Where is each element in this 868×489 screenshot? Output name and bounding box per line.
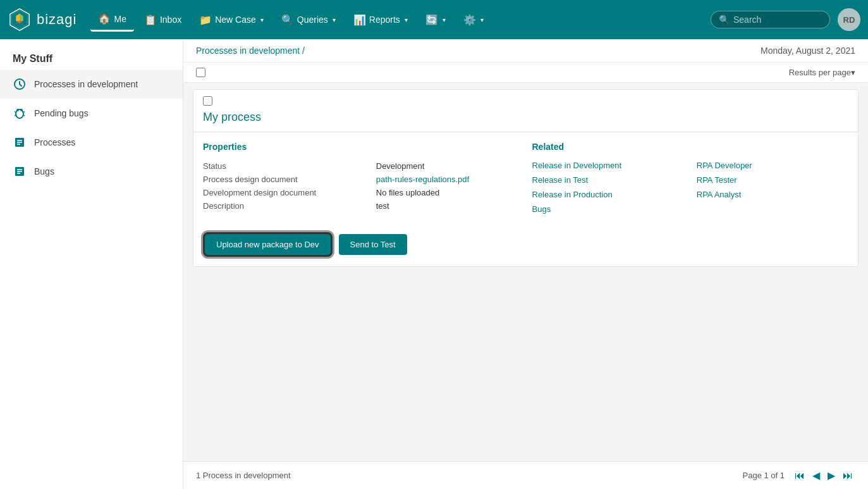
- nav-me-label: Me: [114, 14, 126, 24]
- sidebar-item-processes[interactable]: Processes: [0, 128, 183, 157]
- card-body: Properties Status Development Process de…: [193, 132, 858, 225]
- related-link-release-production[interactable]: Release in Production: [532, 189, 684, 201]
- sidebar-item-processes-dev-label: Processes in development: [34, 79, 138, 89]
- refresh-icon: 🔄: [425, 14, 438, 26]
- prop-description-value: test: [376, 199, 520, 213]
- nav-me[interactable]: 🏠 Me: [90, 8, 133, 32]
- queries-icon: 🔍: [281, 14, 294, 26]
- search-box[interactable]: 🔍: [711, 11, 830, 28]
- nav-inbox-label: Inbox: [160, 15, 181, 25]
- nav-inbox[interactable]: 📋 Inbox: [137, 9, 189, 31]
- queries-arrow-icon: ▾: [333, 16, 336, 23]
- card-title: My process: [193, 106, 858, 132]
- svg-line-7: [23, 111, 25, 113]
- reports-icon: 📊: [353, 14, 366, 26]
- search-input[interactable]: [733, 15, 822, 25]
- processes-dev-icon: [13, 77, 27, 91]
- prop-description-label: Description: [203, 199, 376, 213]
- date-display: Monday, August 2, 2021: [761, 46, 855, 56]
- card-checkbox[interactable]: [203, 96, 212, 106]
- breadcrumb[interactable]: Processes in development /: [196, 46, 305, 56]
- logo-text: bizagi: [37, 11, 76, 28]
- next-page-button[interactable]: ▶: [825, 468, 838, 483]
- nav-queries[interactable]: 🔍 Queries ▾: [274, 9, 343, 31]
- top-navigation: bizagi 🏠 Me 📋 Inbox 📁 New Case ▾ 🔍 Queri…: [0, 0, 868, 39]
- avatar[interactable]: RD: [838, 8, 860, 31]
- last-page-button[interactable]: ⏭: [840, 469, 855, 483]
- related-links: Release in Development RPA Developer Rel…: [532, 159, 849, 215]
- related-heading: Related: [532, 142, 849, 152]
- properties-table: Status Development Process design docume…: [203, 159, 520, 213]
- properties-heading: Properties: [203, 142, 520, 152]
- sidebar: My Stuff Processes in development: [0, 39, 183, 489]
- card-actions: Upload new package to Dev Send to Test: [193, 225, 858, 266]
- process-card: My process Properties Status Development…: [193, 89, 859, 267]
- home-icon: 🏠: [98, 13, 111, 25]
- sidebar-item-processes-label: Processes: [34, 137, 75, 147]
- processes-icon: [13, 135, 27, 149]
- svg-point-5: [20, 109, 23, 111]
- main-layout: My Stuff Processes in development: [0, 39, 868, 489]
- sidebar-title: My Stuff: [0, 46, 183, 70]
- sidebar-item-bugs-label: Bugs: [34, 166, 54, 176]
- sidebar-item-processes-dev[interactable]: Processes in development: [0, 70, 183, 99]
- table-row: Description test: [203, 199, 520, 213]
- results-per-page[interactable]: Results per page▾: [789, 68, 855, 77]
- select-all-area: [196, 68, 783, 77]
- table-row: Development design document No files upl…: [203, 186, 520, 199]
- svg-point-4: [16, 109, 19, 111]
- related-link-bugs[interactable]: Bugs: [532, 203, 684, 215]
- related-link-rpa-tester[interactable]: RPA Tester: [697, 174, 848, 186]
- new-case-arrow-icon: ▾: [260, 16, 264, 23]
- prop-dev-doc-value: No files uploaded: [376, 186, 520, 199]
- logo[interactable]: bizagi: [8, 8, 76, 32]
- select-all-checkbox[interactable]: [196, 68, 205, 77]
- svg-line-9: [23, 115, 25, 116]
- nav-reports[interactable]: 📊 Reports ▾: [346, 9, 415, 31]
- related-link-rpa-developer[interactable]: RPA Developer: [697, 159, 848, 171]
- bugs-icon: [13, 164, 27, 178]
- reports-arrow-icon: ▾: [405, 16, 408, 23]
- related-link-rpa-analyst[interactable]: RPA Analyst: [697, 189, 848, 201]
- prev-page-button[interactable]: ◀: [810, 468, 822, 483]
- nav-settings[interactable]: ⚙️ ▾: [456, 9, 491, 31]
- content-area: Processes in development / Monday, Augus…: [183, 39, 868, 489]
- prop-process-doc-label: Process design document: [203, 173, 376, 186]
- related-link-release-test[interactable]: Release in Test: [532, 174, 684, 186]
- first-page-button[interactable]: ⏮: [792, 469, 807, 483]
- process-count: 1 Process in development: [196, 471, 291, 480]
- logo-icon: [8, 8, 32, 32]
- page-label: Page 1 of 1: [743, 471, 785, 480]
- content-footer: 1 Process in development Page 1 of 1 ⏮ ◀…: [183, 461, 868, 489]
- nav-reports-label: Reports: [369, 15, 400, 25]
- card-check-row: [193, 90, 858, 106]
- properties-section: Properties Status Development Process de…: [203, 142, 520, 215]
- nav-refresh[interactable]: 🔄 ▾: [418, 9, 453, 31]
- prop-dev-doc-label: Development design document: [203, 186, 376, 199]
- nav-new-case[interactable]: 📁 New Case ▾: [192, 9, 271, 31]
- prop-status-value: Development: [376, 159, 520, 173]
- sidebar-item-bugs[interactable]: Bugs: [0, 157, 183, 186]
- svg-line-8: [15, 115, 16, 116]
- sidebar-item-pending-bugs-label: Pending bugs: [34, 108, 89, 118]
- prop-process-doc-value[interactable]: path-rules-regulations.pdf: [376, 173, 520, 186]
- content-toolbar: Results per page▾: [183, 63, 868, 83]
- table-row: Process design document path-rules-regul…: [203, 173, 520, 186]
- related-link-release-dev[interactable]: Release in Development: [532, 159, 684, 171]
- settings-icon: ⚙️: [463, 14, 476, 26]
- svg-line-6: [15, 111, 16, 113]
- sidebar-item-pending-bugs[interactable]: Pending bugs: [0, 99, 183, 128]
- nav-new-case-label: New Case: [215, 15, 256, 25]
- related-section: Related Release in Development RPA Devel…: [532, 142, 849, 215]
- upload-package-button[interactable]: Upload new package to Dev: [203, 232, 333, 257]
- inbox-icon: 📋: [144, 14, 157, 26]
- new-case-icon: 📁: [199, 14, 212, 26]
- nav-queries-label: Queries: [297, 15, 328, 25]
- prop-status-label: Status: [203, 159, 376, 173]
- search-icon: 🔍: [719, 15, 730, 25]
- send-to-test-button[interactable]: Send to Test: [339, 234, 407, 255]
- refresh-arrow-icon: ▾: [443, 16, 446, 23]
- pending-bugs-icon: [13, 106, 27, 120]
- settings-arrow-icon: ▾: [480, 16, 484, 23]
- pagination: Page 1 of 1 ⏮ ◀ ▶ ⏭: [743, 468, 856, 483]
